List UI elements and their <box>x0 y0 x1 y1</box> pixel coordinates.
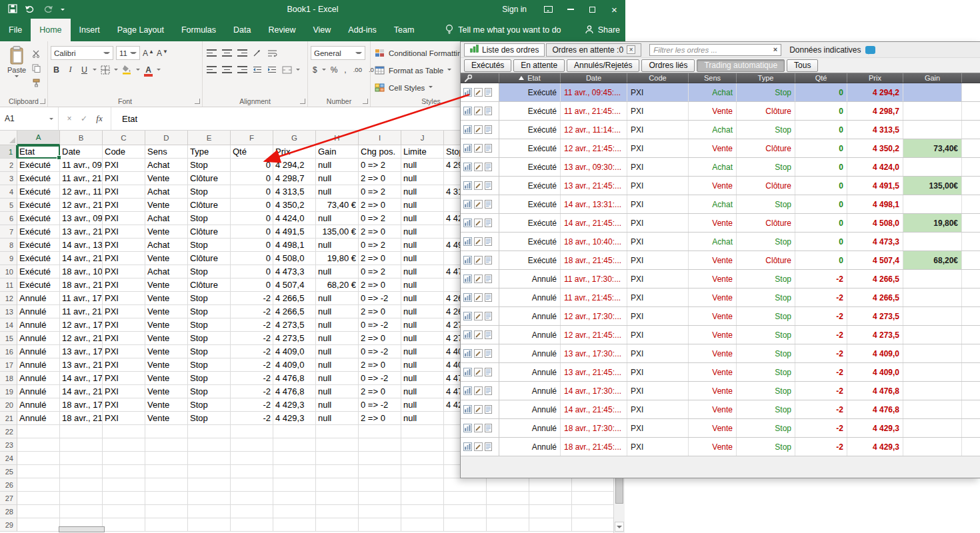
cell-H15[interactable]: null <box>316 332 359 345</box>
cell-F12[interactable]: -2 <box>231 292 273 305</box>
cell-B17[interactable]: 13 avr., 21 <box>60 358 103 372</box>
order-prix[interactable]: 4 507,4 <box>847 251 903 269</box>
cell-H29[interactable] <box>316 518 359 532</box>
order-prix[interactable]: 4 313,5 <box>847 121 903 139</box>
order-gain[interactable] <box>903 363 962 381</box>
order-gain[interactable] <box>903 307 962 325</box>
cell-J14[interactable]: null <box>401 318 444 332</box>
order-row-20[interactable]: Annulé18 avr., 21:45:...PXIVenteStop-24 … <box>461 438 980 456</box>
order-gain[interactable]: 19,80€ <box>903 214 962 232</box>
cell-D17[interactable]: Vente <box>145 358 188 372</box>
order-date[interactable]: 14 avr., 21:45:... <box>561 400 627 418</box>
cell-D26[interactable] <box>145 478 188 492</box>
cell-D10[interactable]: Achat <box>145 265 188 278</box>
order-type[interactable]: Stop <box>737 288 795 306</box>
bold-button[interactable]: B <box>51 63 62 77</box>
cell-I12[interactable]: 0 => -2 <box>359 292 401 305</box>
cell-G24[interactable] <box>273 452 316 465</box>
tab-insert[interactable]: Insert <box>71 19 109 41</box>
order-prix[interactable]: 4 298,7 <box>847 102 903 120</box>
row-header-15[interactable]: 15 <box>0 332 17 345</box>
order-prix[interactable]: 4 273,5 <box>847 326 903 344</box>
cell-A16[interactable]: Annulé <box>17 345 60 358</box>
orders-column-header-sens[interactable]: Sens <box>689 73 737 83</box>
order-gain[interactable] <box>903 158 962 176</box>
cell-F14[interactable]: -2 <box>231 318 273 332</box>
edit-icon[interactable] <box>474 293 483 302</box>
cell-J27[interactable] <box>401 492 444 505</box>
name-box-dropdown-icon[interactable] <box>49 118 53 122</box>
cell-I19[interactable]: 2 => 0 <box>359 385 401 398</box>
order-qte[interactable]: -2 <box>795 363 847 381</box>
cell-E29[interactable] <box>188 518 231 532</box>
order-row-3[interactable]: Exécuté12 avr., 11:14:...PXIAchatStop04 … <box>461 121 980 139</box>
order-date[interactable]: 11 avr., 09:45:... <box>561 83 627 101</box>
row-header-16[interactable]: 16 <box>0 345 17 358</box>
order-qte[interactable]: 0 <box>795 214 847 232</box>
filter-button-ex-cut-s[interactable]: Exécutés <box>464 59 511 72</box>
clipboard-dialog-launcher-icon[interactable] <box>40 99 45 104</box>
order-type[interactable]: Stop <box>737 344 795 362</box>
order-prix[interactable]: 4 350,2 <box>847 139 903 157</box>
cell-K27[interactable] <box>444 492 487 505</box>
cell-J25[interactable] <box>401 465 444 478</box>
cell-J18[interactable]: null <box>401 372 444 385</box>
cell-E14[interactable]: Stop <box>188 318 231 332</box>
column-header-E[interactable]: E <box>188 131 231 145</box>
order-prix[interactable]: 4 294,2 <box>847 83 903 101</box>
cell-E11[interactable]: Clôture <box>188 278 231 292</box>
cell-B14[interactable]: 12 avr., 17 <box>60 318 103 332</box>
cell-D27[interactable] <box>145 492 188 505</box>
row-header-13[interactable]: 13 <box>0 305 17 318</box>
cell-E17[interactable]: Stop <box>188 358 231 372</box>
order-sens[interactable]: Vente <box>689 400 737 418</box>
tab-ordres-en-attente[interactable]: Ordres en attente :0 × <box>546 43 641 57</box>
cell-I21[interactable]: 2 => 0 <box>359 412 401 425</box>
cell-B10[interactable]: 18 avr., 10 <box>60 265 103 278</box>
order-type[interactable]: Stop <box>737 438 795 456</box>
cell-G18[interactable]: 4 476,8 <box>273 372 316 385</box>
cell-C14[interactable]: PXI <box>103 318 145 332</box>
edit-icon[interactable] <box>474 200 483 209</box>
order-sens[interactable]: Vente <box>689 307 737 325</box>
cell-G16[interactable]: 4 409,0 <box>273 345 316 358</box>
cell-B24[interactable] <box>60 452 103 465</box>
cell-J22[interactable] <box>401 425 444 438</box>
cell-M27[interactable] <box>529 492 572 505</box>
row-header-27[interactable]: 27 <box>0 492 17 505</box>
cell-J3[interactable]: null <box>401 172 444 185</box>
cell-G12[interactable]: 4 266,5 <box>273 292 316 305</box>
order-row-18[interactable]: Annulé14 avr., 21:45:...PXIVenteStop-24 … <box>461 400 980 419</box>
order-gain[interactable] <box>903 400 962 418</box>
cell-A3[interactable]: Exécuté <box>17 172 60 185</box>
cell-B11[interactable]: 18 avr., 21 <box>60 278 103 292</box>
cell-F2[interactable]: 0 <box>231 159 273 172</box>
chart-icon[interactable] <box>463 386 472 395</box>
order-type[interactable]: Stop <box>737 307 795 325</box>
cell-H13[interactable]: null <box>316 305 359 318</box>
row-header-24[interactable]: 24 <box>0 452 17 465</box>
cell-C23[interactable] <box>103 438 145 452</box>
order-row-13[interactable]: Annulé12 avr., 17:30:...PXIVenteStop-24 … <box>461 307 980 326</box>
order-qte[interactable]: 0 <box>795 233 847 251</box>
font-name-select[interactable]: Calibri <box>51 46 113 60</box>
order-etat[interactable]: Annulé <box>499 382 561 400</box>
order-row-11[interactable]: Annulé11 avr., 17:30:...PXIVenteStop-24 … <box>461 270 980 288</box>
wrap-text-icon[interactable] <box>266 47 279 60</box>
chart-icon[interactable] <box>463 405 472 414</box>
document-icon[interactable] <box>485 386 492 395</box>
edit-icon[interactable] <box>474 125 483 134</box>
save-icon[interactable] <box>8 4 17 15</box>
cell-E8[interactable]: Stop <box>188 239 231 252</box>
filter-button-ordres-li-s[interactable]: Ordres liés <box>641 59 695 72</box>
row-header-1[interactable]: 1 <box>0 145 17 159</box>
cell-I23[interactable] <box>359 438 401 452</box>
document-icon[interactable] <box>485 330 492 339</box>
cell-H4[interactable]: null <box>316 185 359 199</box>
tab-data[interactable]: Data <box>225 19 259 41</box>
cell-J28[interactable] <box>401 505 444 518</box>
cell-A11[interactable]: Exécuté <box>17 278 60 292</box>
cell-J23[interactable] <box>401 438 444 452</box>
order-code[interactable]: PXI <box>627 438 689 456</box>
cancel-icon[interactable]: × <box>63 114 76 123</box>
